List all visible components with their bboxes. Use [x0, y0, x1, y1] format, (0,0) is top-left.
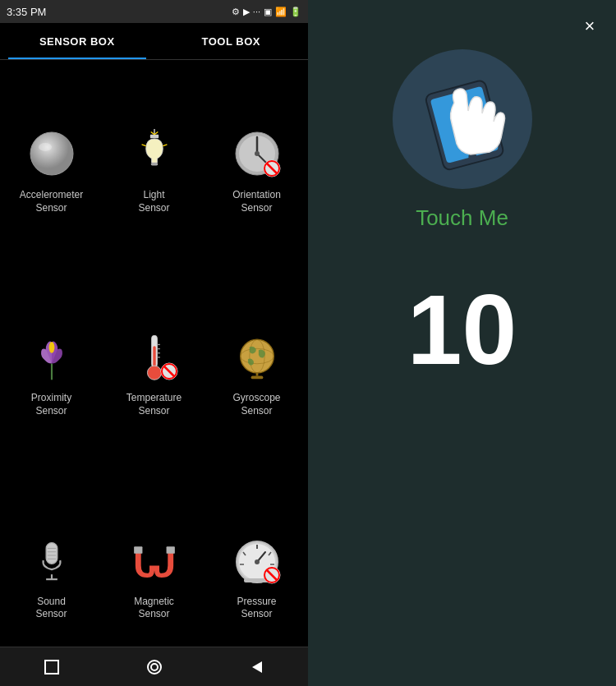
temperature-label: TemperatureSensor — [126, 392, 182, 417]
svg-marker-62 — [252, 661, 262, 673]
svg-rect-3 — [149, 135, 158, 138]
svg-line-6 — [141, 145, 145, 146]
accelerometer-icon-wrap — [23, 125, 80, 182]
gyroscope-icon-wrap — [228, 328, 286, 385]
svg-point-53 — [255, 559, 260, 564]
tabs-container: SENSOR BOX TOOL BOX — [0, 23, 308, 60]
svg-rect-59 — [45, 661, 58, 674]
gyroscope-icon — [232, 332, 282, 381]
svg-point-33 — [240, 340, 274, 374]
accelerometer-icon — [27, 129, 76, 178]
nav-back-button[interactable] — [239, 649, 275, 685]
svg-point-19 — [48, 342, 54, 353]
sensor-item-orientation[interactable]: OrientationSensor — [205, 68, 308, 271]
sensor-item-proximity[interactable]: ProximitySensor — [0, 271, 103, 474]
svg-point-13 — [255, 151, 260, 156]
recent-circle-icon — [145, 658, 163, 676]
sensor-value-display: 10 — [407, 280, 517, 379]
magnetic-icon-wrap — [126, 532, 183, 589]
disabled-overlay-orientation — [263, 159, 281, 177]
sensor-grid: AccelerometerSensor — [0, 60, 308, 686]
orientation-icon-wrap — [228, 125, 286, 182]
tab-tool-box[interactable]: TOOL BOX — [154, 23, 309, 59]
svg-line-7 — [163, 145, 167, 146]
tab-sensor-box[interactable]: SENSOR BOX — [0, 23, 154, 59]
nav-home-button[interactable] — [34, 649, 70, 685]
close-button[interactable]: × — [577, 13, 603, 39]
sensor-item-temperature[interactable]: TemperatureSensor — [103, 271, 205, 474]
cast-icon: ▶ — [243, 7, 250, 17]
svg-point-61 — [151, 664, 158, 670]
sound-icon-wrap — [23, 532, 80, 589]
svg-point-0 — [30, 132, 73, 175]
orientation-label: OrientationSensor — [232, 189, 281, 214]
sound-label: SoundSensor — [35, 596, 67, 621]
pressure-label: PressureSensor — [237, 596, 276, 621]
light-label: LightSensor — [138, 189, 169, 214]
status-time: 3:35 PM — [7, 6, 46, 18]
proximity-label: ProximitySensor — [31, 392, 71, 417]
light-icon — [130, 129, 179, 178]
gyroscope-label: GyroscopeSensor — [232, 392, 280, 417]
svg-rect-43 — [134, 546, 142, 554]
battery-icon: 🔋 — [290, 7, 301, 17]
status-icons: ⚙ ▶ ··· ▣ 📶 🔋 — [232, 7, 301, 17]
navigation-bar — [0, 647, 308, 686]
wifi-icon: 📶 — [275, 7, 287, 17]
temperature-icon-wrap — [126, 328, 183, 385]
proximity-icon-wrap — [23, 328, 80, 385]
right-panel: × Touch Me 10 — [308, 0, 616, 686]
touch-icon-container[interactable] — [393, 49, 532, 189]
more-icon: ··· — [253, 7, 260, 16]
svg-rect-38 — [46, 542, 57, 564]
nav-recent-button[interactable] — [136, 649, 172, 685]
back-triangle-icon — [248, 658, 266, 676]
proximity-icon — [27, 332, 76, 381]
accelerometer-label: AccelerometerSensor — [20, 189, 83, 214]
sound-icon — [27, 536, 76, 585]
disabled-overlay-temperature — [160, 362, 178, 380]
svg-rect-44 — [166, 546, 174, 554]
sensor-item-light[interactable]: LightSensor — [103, 68, 205, 271]
left-panel: 3:35 PM ⚙ ▶ ··· ▣ 📶 🔋 SENSOR BOX TOOL BO… — [0, 0, 308, 686]
sensor-item-accelerometer[interactable]: AccelerometerSensor — [0, 68, 103, 271]
home-square-icon — [43, 658, 61, 676]
settings-icon: ⚙ — [232, 7, 240, 17]
disabled-overlay-pressure — [263, 566, 281, 584]
magnetic-label: MagneticSensor — [134, 596, 174, 621]
status-bar: 3:35 PM ⚙ ▶ ··· ▣ 📶 🔋 — [0, 0, 308, 23]
screenshot-icon: ▣ — [264, 7, 272, 17]
magnetic-icon — [130, 536, 179, 585]
svg-rect-8 — [150, 163, 158, 165]
svg-rect-21 — [153, 347, 155, 368]
sensor-item-gyroscope[interactable]: GyroscopeSensor — [205, 271, 308, 474]
svg-point-60 — [148, 661, 161, 674]
svg-point-22 — [147, 366, 161, 380]
touch-icon — [409, 66, 516, 173]
pressure-icon-wrap — [228, 532, 286, 589]
touch-me-label: Touch Me — [416, 205, 508, 231]
light-icon-wrap — [126, 125, 183, 182]
svg-rect-31 — [251, 376, 263, 380]
svg-point-1 — [39, 143, 52, 151]
